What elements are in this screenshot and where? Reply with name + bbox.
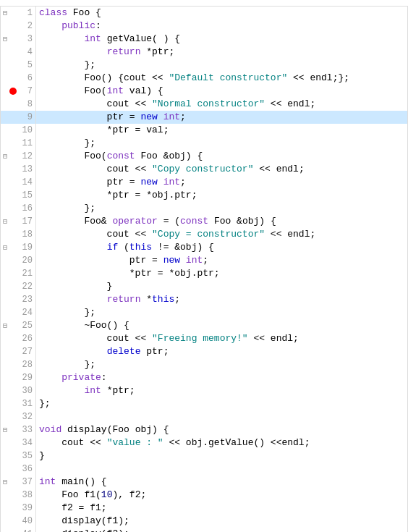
code-token-kw: return <box>107 46 141 57</box>
code-token-kw: int <box>107 85 124 96</box>
code-token-plain: << endl; <box>248 333 299 344</box>
code-token-plain <box>39 46 107 57</box>
line-gutter: 32 <box>1 410 36 423</box>
code-token-str: "value : " <box>107 437 163 448</box>
code-token-kw: public <box>61 20 95 31</box>
code-token-plain <box>158 111 163 122</box>
line-gutter: 16 <box>1 202 36 215</box>
breakpoint-indicator[interactable] <box>9 88 17 95</box>
code-token-kw: return <box>107 294 141 305</box>
code-token-plain: cout << <box>39 333 152 344</box>
code-token-kw: int <box>163 111 180 122</box>
code-token-kw: const <box>180 216 208 227</box>
code-token-plain <box>39 346 107 357</box>
line-number: 10 <box>18 125 33 135</box>
code-token-plain: ptr = <box>39 255 163 266</box>
line-content: int main() { <box>36 476 407 489</box>
line-number: 2 <box>18 21 33 31</box>
code-token-plain: cout << <box>39 437 107 448</box>
line-number: 20 <box>18 256 33 266</box>
code-line: 23 return *this; <box>1 293 407 306</box>
line-content: *ptr = *obj.ptr; <box>36 189 407 202</box>
line-content: int getValue( ) { <box>36 33 407 46</box>
line-content: cout << "Freeing memory!" << endl; <box>36 332 407 345</box>
code-token-plain: ~Foo() { <box>39 320 129 331</box>
code-line: 26 cout << "Freeing memory!" << endl; <box>1 332 407 345</box>
line-content: cout << "Copy constructor" << endl; <box>36 163 407 176</box>
line-gutter: 14 <box>1 176 36 189</box>
code-token-kw: private <box>61 372 101 383</box>
line-number: 28 <box>18 360 33 370</box>
code-token-kw: int <box>163 177 180 187</box>
code-token-plain <box>158 177 163 187</box>
line-gutter: 10 <box>1 124 36 137</box>
line-content: }; <box>36 137 407 150</box>
fold-indicator[interactable]: ⊟ <box>1 9 9 17</box>
line-number: 21 <box>18 269 33 279</box>
fold-indicator[interactable]: ⊟ <box>1 35 9 43</box>
line-number: 34 <box>18 438 33 448</box>
line-gutter: 30 <box>1 384 36 397</box>
code-line: 38 Foo f1(10), f2; <box>1 489 407 502</box>
fold-indicator[interactable]: ⊟ <box>1 243 9 252</box>
code-token-plain: << endl; <box>265 229 315 240</box>
header <box>0 0 408 6</box>
code-token-plain: }; <box>39 203 95 214</box>
code-token-kw: int <box>186 255 203 266</box>
code-token-plain: ; <box>174 294 180 305</box>
code-token-plain: : <box>95 20 101 31</box>
line-content: Foo(const Foo &obj) { <box>36 150 407 163</box>
code-line: 6 Foo() {cout << "Default constructor" <… <box>1 72 407 85</box>
fold-indicator[interactable]: ⊟ <box>1 321 9 330</box>
fold-indicator[interactable]: ⊟ <box>1 478 9 486</box>
line-gutter: 15 <box>1 189 36 202</box>
line-content: } <box>36 280 407 293</box>
code-line: 13 cout << "Copy constructor" << endl; <box>1 163 407 176</box>
line-content: }; <box>36 306 407 319</box>
code-token-kw: const <box>107 151 135 161</box>
line-number: 17 <box>18 216 33 227</box>
code-line: ⊟37int main() { <box>1 476 407 489</box>
line-gutter: 13 <box>1 163 36 176</box>
line-number: 26 <box>18 334 33 344</box>
line-content: public: <box>36 20 407 33</box>
code-token-plain: ), f2; <box>112 489 146 500</box>
line-number: 40 <box>18 516 33 526</box>
line-number: 4 <box>18 47 33 57</box>
code-line: 16 }; <box>1 202 407 215</box>
fold-indicator[interactable]: ⊟ <box>1 426 9 434</box>
code-token-plain: display(Foo obj) { <box>61 424 169 435</box>
code-token-kw-blue: this <box>129 242 152 253</box>
line-number: 14 <box>18 177 33 187</box>
code-token-kw: operator <box>112 216 157 227</box>
code-token-plain: getValue( ) { <box>101 33 180 44</box>
code-token-plain: ( <box>118 242 129 253</box>
line-number: 6 <box>18 73 33 83</box>
line-content: private: <box>36 371 407 384</box>
line-content: cout << "Normal constructor" << endl; <box>36 98 407 111</box>
fold-indicator[interactable]: ⊟ <box>1 217 9 226</box>
line-number: 7 <box>18 86 33 96</box>
line-content: f2 = f1; <box>36 502 407 515</box>
code-token-plain: Foo f1( <box>39 489 101 500</box>
line-content: }; <box>36 358 407 371</box>
code-token-plain: *ptr = val; <box>39 124 169 135</box>
code-token-kw: class <box>39 7 67 18</box>
fold-indicator[interactable]: ⊟ <box>1 152 9 161</box>
line-gutter: 6 <box>1 72 36 85</box>
line-gutter: ⊟25 <box>1 319 36 332</box>
line-gutter: 20 <box>1 254 36 267</box>
line-number: 37 <box>18 477 33 487</box>
line-gutter: 23 <box>1 293 36 306</box>
code-line: 24 }; <box>1 306 407 319</box>
code-line: 35} <box>1 449 407 463</box>
code-container: ⊟1class Foo {2 public:⊟3 int getValue( )… <box>0 6 408 532</box>
code-token-kw-blue: new <box>163 255 180 266</box>
code-token-plain: cout << <box>39 98 152 109</box>
code-token-str: "Copy = constructor" <box>152 229 265 240</box>
line-gutter: ⊟17 <box>1 215 36 228</box>
code-token-kw-blue: delete <box>107 346 141 357</box>
code-token-plain: ; <box>203 255 208 266</box>
code-line: 20 ptr = new int; <box>1 254 407 267</box>
code-line: 32 <box>1 410 407 423</box>
